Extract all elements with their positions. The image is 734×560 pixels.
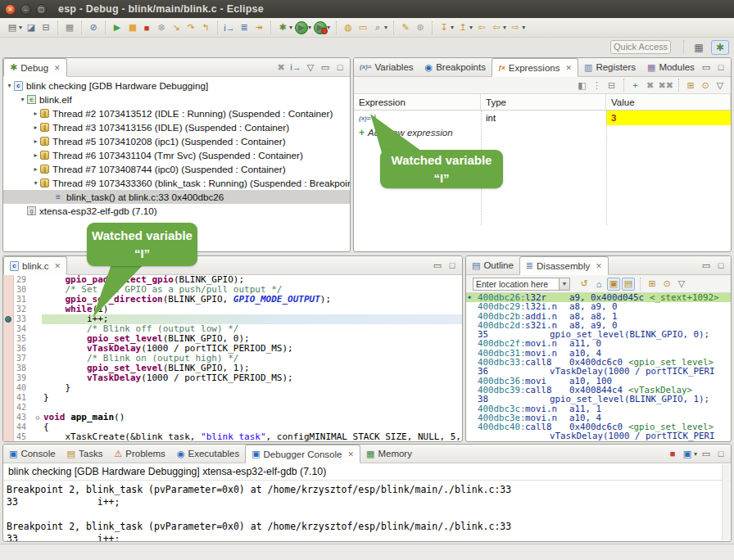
next-annotation-icon[interactable]: ↥ bbox=[456, 21, 469, 34]
editor-line[interactable]: 43⊖void app_main() bbox=[3, 413, 462, 422]
console-output[interactable]: Breakpoint 2, blink_task (pvParameter=0x… bbox=[3, 481, 731, 542]
minimize-icon[interactable]: ▭ bbox=[700, 259, 713, 272]
view-menu-icon[interactable]: ▽ bbox=[675, 278, 688, 291]
search-icon[interactable]: ⌕ bbox=[371, 21, 384, 34]
expand-col-icon[interactable]: ▸ bbox=[31, 138, 40, 145]
editor-tab-blink-c[interactable]: cblink.c✕ bbox=[3, 256, 67, 275]
debug-tree-row[interactable]: gxtensa-esp32-elf-gdb (7.10) bbox=[3, 204, 350, 218]
column-header-value[interactable]: Value bbox=[606, 94, 731, 110]
new-view-icon[interactable]: ⊞ bbox=[646, 278, 659, 291]
remove-all-terminated-icon[interactable]: ✖ bbox=[274, 61, 288, 74]
close-icon[interactable]: ✕ bbox=[596, 262, 602, 270]
step-over-icon[interactable]: ↷ bbox=[184, 21, 197, 34]
show-type-names-icon[interactable]: ◧ bbox=[576, 79, 589, 92]
debug-tree-row[interactable]: ▸∥Thread #6 1073431104 (Tmr Svc) (Suspen… bbox=[3, 148, 350, 162]
maximize-icon[interactable]: □ bbox=[714, 61, 727, 74]
display-selected-console-icon[interactable]: ▣ bbox=[681, 447, 694, 460]
bottom-tab-memory[interactable]: ▦Memory bbox=[360, 445, 418, 463]
debug-tree-row[interactable]: ▾eblink.elf bbox=[3, 93, 350, 106]
open-perspective-button[interactable]: ▦ bbox=[690, 40, 708, 55]
editor-line[interactable]: 45 xTaskCreate(&blink_task, "blink_task"… bbox=[3, 432, 462, 442]
home-icon[interactable]: ⌂ bbox=[592, 278, 605, 291]
next-annotation-dropdown[interactable]: ▾ bbox=[469, 24, 473, 31]
debug-tree-row[interactable]: ▸∥Thread #2 1073413512 (IDLE : Running) … bbox=[3, 106, 350, 120]
expand-col-icon[interactable]: ▸ bbox=[31, 165, 40, 173]
last-edit-location-icon[interactable]: ↧ bbox=[437, 21, 451, 34]
disasm-tab-outline[interactable]: ▤Outline bbox=[466, 256, 519, 274]
new-view-icon[interactable]: ⊞ bbox=[684, 79, 697, 92]
save-icon[interactable]: ◪ bbox=[25, 21, 38, 34]
view-menu-icon[interactable]: ▽ bbox=[714, 79, 727, 92]
maximize-icon[interactable]: □ bbox=[714, 447, 727, 460]
pin-view-icon[interactable]: ⊙ bbox=[660, 278, 673, 291]
forward-icon[interactable]: ⇨ bbox=[509, 21, 522, 34]
new-wizard-icon[interactable]: ▤ bbox=[6, 21, 19, 34]
step-return-icon[interactable]: ↰ bbox=[199, 21, 212, 34]
expr-tab-registers[interactable]: ▥Registers bbox=[578, 58, 641, 76]
run-dropdown[interactable]: ▾ bbox=[308, 24, 311, 31]
open-resource-icon[interactable]: ▭ bbox=[356, 21, 369, 34]
column-divider[interactable] bbox=[606, 111, 607, 225]
debug-tree-row[interactable]: ▾cblink checking [GDB Hardware Debugging… bbox=[3, 79, 350, 93]
refresh-icon[interactable]: ↺ bbox=[578, 278, 591, 291]
build-icon[interactable]: ▦ bbox=[63, 21, 76, 34]
debug-perspective-button[interactable]: ✱ bbox=[711, 40, 729, 55]
add-expression-row[interactable]: +Add new expression bbox=[354, 125, 731, 140]
expr-tab-breakpoints[interactable]: ◉Breakpoints bbox=[419, 58, 492, 76]
minimize-icon[interactable]: ▭ bbox=[700, 447, 713, 460]
display-selected-console-dropdown[interactable]: ▾ bbox=[694, 450, 697, 458]
debug-tree-row[interactable]: ▸∥Thread #7 1073408744 (ipc0) (Suspended… bbox=[3, 162, 350, 176]
close-icon[interactable]: ✕ bbox=[347, 450, 354, 458]
disasm-line[interactable]: 400dbc29:l32i.na8, a9, 0 bbox=[466, 302, 731, 311]
resume-icon[interactable]: ▶ bbox=[111, 21, 124, 34]
bottom-tab-problems[interactable]: ⚠Problems bbox=[108, 445, 170, 463]
show-source-icon[interactable]: ▤ bbox=[622, 278, 635, 291]
search-dropdown[interactable]: ▾ bbox=[384, 24, 387, 31]
annotations-icon[interactable]: ⊛ bbox=[414, 21, 427, 34]
save-all-icon[interactable]: ⊟ bbox=[39, 21, 52, 34]
disasm-content[interactable]: ◆400dbc26:l32ra9, 0x400d045c<_stext+1092… bbox=[466, 293, 731, 441]
run-icon[interactable]: ▶ bbox=[295, 21, 308, 34]
close-icon[interactable]: ✕ bbox=[54, 64, 61, 72]
location-input[interactable]: Enter location here bbox=[473, 278, 560, 291]
fold-marker[interactable]: ⊖ bbox=[34, 413, 42, 422]
close-icon[interactable]: ✕ bbox=[565, 64, 572, 72]
pin-view-icon[interactable]: ⊙ bbox=[699, 79, 712, 92]
back-history-icon[interactable]: ⇦ bbox=[490, 21, 503, 34]
debug-tree-row[interactable]: ▾∥Thread #9 1073433360 (blink_task : Run… bbox=[3, 176, 350, 190]
debug-tree-row[interactable]: ▸∥Thread #5 1073410208 (ipc1) (Suspended… bbox=[3, 134, 350, 148]
external-tools-icon[interactable]: ▶ bbox=[314, 21, 327, 34]
terminate-icon[interactable]: ■ bbox=[140, 21, 153, 34]
quick-access-input[interactable]: Quick Access bbox=[610, 40, 671, 54]
debug-tree-row[interactable]: ≡blink_task() at blink.c:33 0x400dbc26 bbox=[3, 190, 350, 204]
open-task-icon[interactable]: ◍ bbox=[342, 21, 355, 34]
disasm-tab-disassembly[interactable]: ≣Disassembly✕ bbox=[519, 256, 609, 275]
close-button[interactable]: ✕ bbox=[5, 4, 16, 15]
minimize-icon[interactable]: ▭ bbox=[319, 61, 332, 74]
expand-exp-icon[interactable]: ▾ bbox=[31, 179, 40, 187]
back-icon[interactable]: ⇦ bbox=[475, 21, 488, 34]
bottom-tab-executables[interactable]: ◉Executables bbox=[171, 445, 245, 463]
debug-tree-row[interactable]: ▸∥Thread #3 1073413156 (IDLE) (Suspended… bbox=[3, 120, 350, 134]
minimize-icon[interactable]: ▭ bbox=[700, 61, 713, 74]
minimize-icon[interactable]: ▭ bbox=[431, 259, 444, 272]
expr-tab-expressions[interactable]: ƒxExpressions✕ bbox=[492, 58, 578, 77]
instruction-stepping-mode-icon[interactable]: i→ bbox=[289, 61, 302, 74]
instruction-stepping-icon[interactable]: i→ bbox=[223, 21, 236, 34]
add-expression-icon[interactable]: + bbox=[629, 79, 642, 92]
expand-col-icon[interactable]: ▸ bbox=[31, 151, 40, 159]
expr-tab-variables[interactable]: (x)=Variables bbox=[354, 58, 419, 76]
forward-dropdown[interactable]: ▾ bbox=[522, 24, 525, 31]
sync-active-context-icon[interactable]: ▣ bbox=[607, 278, 620, 291]
expand-col-icon[interactable]: ▸ bbox=[31, 124, 40, 131]
remove-expression-icon[interactable]: ✖ bbox=[644, 79, 657, 92]
bottom-tab-debugger-console[interactable]: ▣Debugger Console✕ bbox=[245, 445, 360, 463]
expand-exp-icon[interactable]: ▾ bbox=[18, 96, 27, 103]
maximize-icon[interactable]: □ bbox=[714, 259, 727, 272]
back-history-dropdown[interactable]: ▾ bbox=[503, 24, 506, 31]
remove-all-expressions-icon[interactable]: ✖✖ bbox=[659, 79, 673, 92]
editor-line[interactable]: 39 vTaskDelay(1000 / portTICK_PERIOD_MS)… bbox=[3, 373, 462, 383]
disconnect-icon[interactable]: ⊗ bbox=[155, 21, 168, 34]
use-step-filters-icon[interactable]: ↠ bbox=[252, 21, 265, 34]
view-menu-icon[interactable]: ▽ bbox=[304, 61, 317, 74]
